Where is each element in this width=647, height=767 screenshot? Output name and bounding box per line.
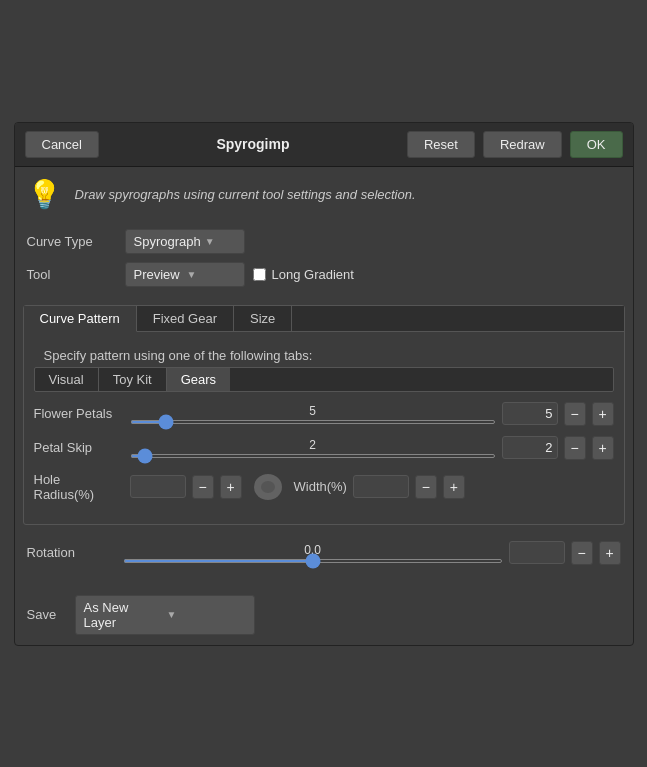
tool-arrow-icon: ▼	[187, 269, 236, 280]
outer-tab-header: Curve Pattern Fixed Gear Size	[24, 306, 624, 332]
width-label: Width(%)	[294, 479, 347, 494]
inner-tab-visual[interactable]: Visual	[35, 368, 99, 391]
long-gradient-row: Long Gradient	[253, 267, 354, 282]
ok-button[interactable]: OK	[570, 131, 623, 158]
curve-type-label: Curve Type	[27, 234, 117, 249]
hole-radius-label: Hole Radius(%)	[34, 472, 124, 502]
petal-skip-slider-wrap: 2	[130, 438, 496, 458]
outer-tab-content: Specify pattern using one of the followi…	[24, 332, 624, 524]
long-gradient-checkbox[interactable]	[253, 268, 266, 281]
flower-petals-input[interactable]: 5	[502, 402, 558, 425]
hole-radius-row: Hole Radius(%) 50.0 − + Width(%) 50.0 − …	[34, 470, 614, 504]
info-row: 💡 Draw spyrographs using current tool se…	[15, 167, 633, 223]
width-decrement-button[interactable]: −	[415, 475, 437, 499]
hole-radius-decrement-button[interactable]: −	[192, 475, 214, 499]
outer-tab-container: Curve Pattern Fixed Gear Size Specify pa…	[23, 305, 625, 525]
petal-skip-slider[interactable]	[130, 454, 496, 458]
rotation-decrement-button[interactable]: −	[571, 541, 593, 565]
inner-tab-toykit[interactable]: Toy Kit	[99, 368, 167, 391]
save-arrow-icon: ▼	[167, 609, 246, 620]
width-increment-button[interactable]: +	[443, 475, 465, 499]
save-select[interactable]: As New Layer ▼	[75, 595, 255, 635]
rotation-area: Rotation 0.0 0.0 − +	[15, 535, 633, 585]
top-bar: Cancel Spyrogimp Reset Redraw OK	[15, 123, 633, 167]
rotation-increment-button[interactable]: +	[599, 541, 621, 565]
main-dialog: Cancel Spyrogimp Reset Redraw OK 💡 Draw …	[14, 122, 634, 646]
specify-text: Specify pattern using one of the followi…	[34, 342, 614, 367]
rotation-slider-wrap: 0.0	[123, 543, 503, 563]
flower-petals-slider-wrap: 5	[130, 404, 496, 424]
tool-row: Tool Preview ▼ Long Gradient	[27, 262, 621, 287]
tab-size[interactable]: Size	[234, 306, 292, 331]
flower-petals-slider[interactable]	[130, 420, 496, 424]
save-row: Save As New Layer ▼	[15, 585, 633, 645]
petal-skip-increment-button[interactable]: +	[592, 436, 614, 460]
petal-skip-row: Petal Skip 2 2 − +	[34, 436, 614, 460]
form-area: Curve Type Spyrograph ▼ Tool Preview ▼ L…	[15, 223, 633, 305]
inner-tab-gears[interactable]: Gears	[167, 368, 230, 391]
flower-petals-increment-button[interactable]: +	[592, 402, 614, 426]
info-text: Draw spyrographs using current tool sett…	[75, 187, 416, 202]
tab-fixed-gear[interactable]: Fixed Gear	[137, 306, 234, 331]
rotation-slider[interactable]	[123, 559, 503, 563]
dialog-title: Spyrogimp	[107, 136, 399, 152]
curve-type-arrow-icon: ▼	[205, 236, 236, 247]
redraw-button[interactable]: Redraw	[483, 131, 562, 158]
rotation-input[interactable]: 0.0	[509, 541, 565, 564]
inner-tab-header: Visual Toy Kit Gears	[34, 367, 614, 392]
hole-radius-increment-button[interactable]: +	[220, 475, 242, 499]
tool-select[interactable]: Preview ▼	[125, 262, 245, 287]
petal-skip-input[interactable]: 2	[502, 436, 558, 459]
width-input[interactable]: 50.0	[353, 475, 409, 498]
tool-label: Tool	[27, 267, 117, 282]
hole-radius-input[interactable]: 50.0	[130, 475, 186, 498]
curve-type-row: Curve Type Spyrograph ▼	[27, 229, 621, 254]
rotation-row: Rotation 0.0 0.0 − +	[27, 541, 621, 565]
long-gradient-label: Long Gradient	[272, 267, 354, 282]
curve-type-select[interactable]: Spyrograph ▼	[125, 229, 245, 254]
flower-petals-decrement-button[interactable]: −	[564, 402, 586, 426]
rotation-label: Rotation	[27, 545, 117, 560]
flower-petals-row: Flower Petals 5 5 − +	[34, 402, 614, 426]
save-label: Save	[27, 607, 67, 622]
petal-skip-decrement-button[interactable]: −	[564, 436, 586, 460]
tab-curve-pattern[interactable]: Curve Pattern	[24, 306, 137, 332]
flower-petals-label: Flower Petals	[34, 406, 124, 421]
svg-point-1	[261, 481, 275, 493]
reset-button[interactable]: Reset	[407, 131, 475, 158]
cancel-button[interactable]: Cancel	[25, 131, 99, 158]
hole-preview	[248, 470, 288, 504]
petal-skip-label: Petal Skip	[34, 440, 124, 455]
bulb-icon: 💡	[27, 177, 63, 213]
